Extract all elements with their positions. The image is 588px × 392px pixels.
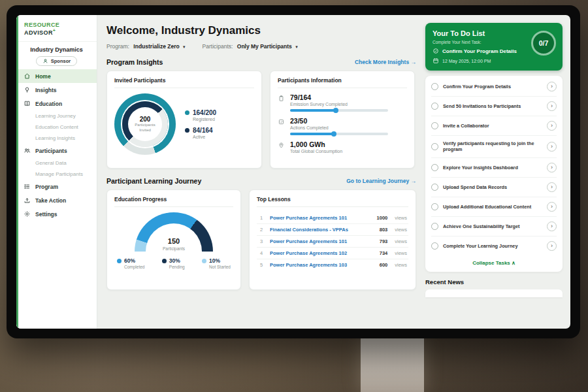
task-row[interactable]: Invite a Collaborator › bbox=[431, 116, 557, 136]
task-checkbox[interactable] bbox=[431, 164, 438, 171]
card-title: Participants Information bbox=[278, 77, 407, 88]
legend-value: 164/200 bbox=[193, 109, 216, 116]
task-checkbox[interactable] bbox=[431, 184, 438, 191]
lesson-views: 734 bbox=[380, 250, 388, 256]
task-checkbox[interactable] bbox=[431, 203, 438, 210]
chevron-right-icon[interactable]: › bbox=[547, 163, 557, 172]
sidebar: RESOURCE ADVISOR+ Industry Dynamics Spon… bbox=[16, 15, 97, 329]
location-pin-icon bbox=[278, 142, 285, 149]
arrow-right-icon: → bbox=[411, 59, 417, 65]
task-checkbox[interactable] bbox=[431, 122, 438, 129]
chevron-right-icon[interactable]: › bbox=[547, 101, 557, 111]
task-label: Upload Additional Educational Content bbox=[443, 204, 542, 210]
sidebar-item-settings[interactable]: Settings bbox=[16, 207, 97, 221]
sidebar-item-label: Education Content bbox=[35, 124, 78, 130]
task-row[interactable]: Confirm Your Program Details › bbox=[431, 77, 557, 97]
education-legend: 60% Completed 30% Pending 10% Not Starte… bbox=[114, 257, 233, 269]
go-to-learning-journey-link[interactable]: Go to Learning Journey → bbox=[346, 178, 416, 184]
task-checkbox[interactable] bbox=[431, 223, 438, 230]
lightbulb-icon bbox=[24, 86, 31, 93]
sidebar-item-label: Learning Insights bbox=[35, 135, 75, 141]
gear-icon bbox=[24, 210, 31, 218]
arrow-right-icon: → bbox=[411, 178, 417, 184]
task-checkbox[interactable] bbox=[431, 103, 438, 110]
sidebar-item-home[interactable]: Home bbox=[16, 69, 97, 83]
chevron-right-icon[interactable]: › bbox=[547, 202, 557, 212]
chevron-right-icon[interactable]: › bbox=[547, 142, 557, 152]
sidebar-item-label: Education bbox=[35, 101, 62, 107]
task-label: Complete Your Learning Journey bbox=[443, 243, 542, 249]
task-row[interactable]: Complete Your Learning Journey › bbox=[431, 237, 557, 255]
clipboard-icon bbox=[278, 95, 285, 102]
sidebar-item-participants[interactable]: Participants bbox=[16, 144, 97, 157]
sidebar-item-label: Learning Journey bbox=[35, 113, 76, 119]
chevron-down-icon[interactable]: ▾ bbox=[295, 44, 298, 49]
stat-label: Total Global Consumption bbox=[290, 149, 342, 154]
sidebar-item-program[interactable]: Program bbox=[16, 180, 97, 193]
list-icon bbox=[24, 183, 31, 190]
sidebar-item-learning-insights[interactable]: Learning Insights bbox=[16, 133, 97, 144]
chevron-right-icon[interactable]: › bbox=[547, 121, 557, 131]
stat-label: Emission Survey Completed bbox=[290, 102, 388, 106]
checklist-icon bbox=[278, 118, 285, 125]
collapse-tasks-link[interactable]: Collapse Tasks ∧ bbox=[431, 255, 557, 269]
legend-label: Pending bbox=[169, 265, 185, 269]
task-checkbox[interactable] bbox=[431, 242, 438, 250]
legend-label: Registered bbox=[193, 117, 216, 122]
todo-progress-ring: 0/7 bbox=[531, 31, 556, 56]
sidebar-item-take-action[interactable]: Take Action bbox=[16, 193, 97, 207]
progress-track bbox=[290, 109, 388, 112]
donut-center-label: Participants Invited bbox=[131, 123, 159, 132]
monitor-stand bbox=[361, 335, 424, 392]
task-checkbox[interactable] bbox=[431, 143, 438, 150]
sidebar-item-insights[interactable]: Insights bbox=[16, 83, 97, 97]
program-insights-header: Program Insights Check More Insights → bbox=[106, 58, 416, 66]
task-checkbox[interactable] bbox=[431, 83, 438, 90]
lesson-link[interactable]: Power Purchase Agreements 103 bbox=[270, 262, 374, 268]
sidebar-item-learning-journey[interactable]: Learning Journey bbox=[16, 110, 97, 122]
sidebar-item-manage-participants[interactable]: Manage Participants bbox=[16, 169, 97, 180]
task-label: Explore Your Insights Dashboard bbox=[443, 165, 542, 171]
filter-bar: Program: Industrialize Zero ▾ Participan… bbox=[106, 43, 416, 50]
todo-panel: Your To Do List Complete Your Next Task:… bbox=[425, 15, 570, 329]
legend-value: 30% bbox=[169, 257, 180, 264]
chevron-right-icon[interactable]: › bbox=[547, 241, 557, 251]
sidebar-item-label: Program bbox=[35, 184, 58, 190]
chevron-right-icon[interactable]: › bbox=[547, 82, 557, 91]
task-row[interactable]: Achieve One Sustainability Target › bbox=[431, 217, 557, 237]
chevron-down-icon[interactable]: ▾ bbox=[183, 44, 186, 49]
check-more-insights-link[interactable]: Check More Insights → bbox=[355, 59, 416, 65]
legend-label: Active bbox=[193, 135, 216, 139]
lesson-views: 1000 bbox=[377, 215, 388, 221]
lesson-link[interactable]: Financial Considerations - VPPAs bbox=[270, 227, 374, 233]
legend-value: 84/164 bbox=[193, 127, 213, 134]
sidebar-item-education-content[interactable]: Education Content bbox=[16, 122, 97, 133]
collapse-label: Collapse Tasks bbox=[472, 260, 510, 266]
invited-donut-outer: 200 Participants Invited bbox=[114, 93, 176, 155]
recent-news-card bbox=[425, 289, 563, 297]
stat-row: 1,000 GWh Total Global Consumption bbox=[278, 140, 407, 154]
people-icon bbox=[24, 147, 31, 154]
sponsor-badge: Sponsor bbox=[36, 56, 77, 66]
lesson-views-unit: views bbox=[395, 227, 407, 233]
lesson-link[interactable]: Power Purchase Agreements 101 bbox=[270, 238, 374, 244]
stat-value: 23/50 bbox=[290, 117, 388, 125]
task-row[interactable]: Explore Your Insights Dashboard › bbox=[431, 158, 557, 178]
lesson-link[interactable]: Power Purchase Agreements 102 bbox=[270, 250, 374, 256]
task-row[interactable]: Upload Additional Educational Content › bbox=[431, 197, 557, 217]
home-icon bbox=[24, 73, 31, 80]
sponsor-badge-label: Sponsor bbox=[51, 58, 71, 64]
task-row[interactable]: Send 50 Invitations to Participants › bbox=[431, 97, 557, 116]
chevron-right-icon[interactable]: › bbox=[547, 221, 557, 231]
sidebar-item-general-data[interactable]: General Data bbox=[16, 157, 97, 169]
sidebar-item-education[interactable]: Education bbox=[16, 97, 97, 110]
chevron-right-icon[interactable]: › bbox=[547, 182, 557, 192]
participants-filter-label: Participants: bbox=[203, 43, 233, 50]
program-filter-value[interactable]: Industrialize Zero bbox=[133, 43, 179, 50]
participants-filter-value[interactable]: Only My Participants bbox=[237, 43, 292, 50]
lesson-link[interactable]: Power Purchase Agreements 101 bbox=[270, 215, 372, 221]
insights-cards-row: Invited Participants 200 Participants In… bbox=[106, 71, 416, 169]
task-label: Achieve One Sustainability Target bbox=[443, 223, 542, 229]
task-row[interactable]: Verify participants requesting to join t… bbox=[431, 136, 557, 158]
task-row[interactable]: Upload Spend Data Records › bbox=[431, 178, 557, 197]
